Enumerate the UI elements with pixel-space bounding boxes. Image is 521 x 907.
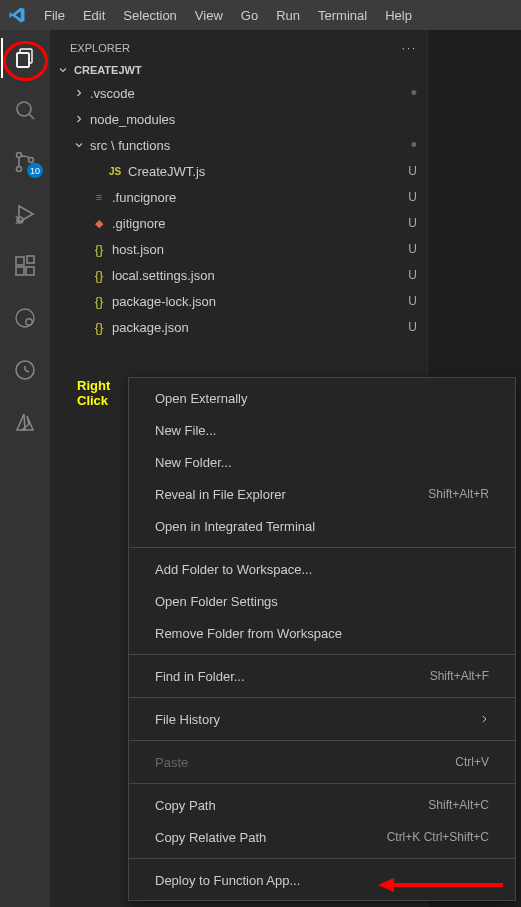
- chevron-right-icon: [479, 712, 489, 727]
- file-tree: .vscode•node_modulessrc \ functions•JSCr…: [50, 78, 429, 340]
- svg-line-20: [25, 370, 29, 372]
- context-menu-separator: [129, 547, 515, 548]
- tree-item[interactable]: ≡.funcignoreU: [50, 184, 429, 210]
- annotation-right-click: Right Click: [77, 378, 110, 408]
- svg-rect-1: [17, 53, 29, 67]
- context-menu-label: File History: [155, 712, 220, 727]
- git-status: U: [408, 242, 417, 256]
- menu-go[interactable]: Go: [233, 4, 266, 27]
- menubar: File Edit Selection View Go Run Terminal…: [0, 0, 521, 30]
- svg-line-11: [16, 223, 17, 224]
- activity-remote[interactable]: [1, 350, 49, 390]
- context-menu-label: Open in Integrated Terminal: [155, 519, 315, 534]
- file-icon: {}: [90, 242, 108, 257]
- annotation-line-2: Click: [77, 393, 110, 408]
- explorer-more-icon[interactable]: ···: [402, 42, 417, 54]
- context-menu-label: Open Externally: [155, 391, 248, 406]
- svg-rect-12: [16, 257, 24, 265]
- tree-item-label: node_modules: [90, 112, 413, 127]
- context-menu-item[interactable]: Open in Integrated Terminal: [129, 510, 515, 542]
- tree-item[interactable]: JSCreateJWT.jsU: [50, 158, 429, 184]
- tree-item[interactable]: {}package-lock.jsonU: [50, 288, 429, 314]
- tree-item-label: .vscode: [90, 86, 407, 101]
- tree-item-label: local.settings.json: [112, 268, 404, 283]
- tree-item[interactable]: node_modules: [50, 106, 429, 132]
- context-menu-item[interactable]: Add Folder to Workspace...: [129, 553, 515, 585]
- svg-marker-8: [19, 206, 33, 222]
- git-status: U: [408, 268, 417, 282]
- menu-selection[interactable]: Selection: [115, 4, 184, 27]
- context-menu-item[interactable]: Open Externally: [129, 382, 515, 414]
- file-icon: JS: [106, 166, 124, 177]
- workspace-root[interactable]: CREATEJWT: [50, 62, 429, 78]
- git-status: U: [408, 294, 417, 308]
- activity-explorer[interactable]: [1, 38, 49, 78]
- context-menu-shortcut: Shift+Alt+R: [428, 487, 489, 501]
- git-status: U: [408, 190, 417, 204]
- context-menu-item[interactable]: Reveal in File ExplorerShift+Alt+R: [129, 478, 515, 510]
- tree-item-label: .gitignore: [112, 216, 404, 231]
- activity-source-control[interactable]: 10: [1, 142, 49, 182]
- activity-extensions[interactable]: [1, 246, 49, 286]
- context-menu-item[interactable]: New File...: [129, 414, 515, 446]
- context-menu-item[interactable]: New Folder...: [129, 446, 515, 478]
- context-menu-separator: [129, 697, 515, 698]
- menu-run[interactable]: Run: [268, 4, 308, 27]
- activity-docker[interactable]: [1, 298, 49, 338]
- git-status: U: [408, 164, 417, 178]
- context-menu: Open ExternallyNew File...New Folder...R…: [128, 377, 516, 901]
- context-menu-label: New File...: [155, 423, 216, 438]
- file-icon: ◆: [90, 217, 108, 230]
- context-menu-item[interactable]: Deploy to Function App...: [129, 864, 515, 896]
- svg-point-5: [17, 153, 22, 158]
- tree-item-label: package.json: [112, 320, 404, 335]
- workspace-root-name: CREATEJWT: [74, 64, 142, 76]
- context-menu-item[interactable]: Find in Folder...Shift+Alt+F: [129, 660, 515, 692]
- annotation-line-1: Right: [77, 378, 110, 393]
- activity-bar: 10: [0, 30, 50, 907]
- svg-line-4: [29, 114, 34, 119]
- tree-item[interactable]: src \ functions•: [50, 132, 429, 158]
- tree-item-label: src \ functions: [90, 138, 407, 153]
- menu-help[interactable]: Help: [377, 4, 420, 27]
- tree-item[interactable]: .vscode•: [50, 80, 429, 106]
- chevron-right-icon: [72, 87, 86, 99]
- context-menu-shortcut: Shift+Alt+F: [430, 669, 489, 683]
- file-icon: {}: [90, 268, 108, 283]
- context-menu-shortcut: Ctrl+K Ctrl+Shift+C: [387, 830, 489, 844]
- svg-rect-14: [26, 267, 34, 275]
- tree-item[interactable]: {}local.settings.jsonU: [50, 262, 429, 288]
- tree-item-label: package-lock.json: [112, 294, 404, 309]
- tree-item-label: host.json: [112, 242, 404, 257]
- svg-line-10: [16, 216, 17, 217]
- explorer-header: EXPLORER ···: [50, 38, 429, 62]
- explorer-title: EXPLORER: [70, 42, 130, 54]
- context-menu-label: Deploy to Function App...: [155, 873, 300, 888]
- context-menu-shortcut: Ctrl+V: [455, 755, 489, 769]
- context-menu-label: New Folder...: [155, 455, 232, 470]
- context-menu-item[interactable]: Copy PathShift+Alt+C: [129, 789, 515, 821]
- svg-rect-13: [16, 267, 24, 275]
- activity-search[interactable]: [1, 90, 49, 130]
- tree-item[interactable]: {}package.jsonU: [50, 314, 429, 340]
- tree-item[interactable]: ◆.gitignoreU: [50, 210, 429, 236]
- menu-edit[interactable]: Edit: [75, 4, 113, 27]
- tree-item[interactable]: {}host.jsonU: [50, 236, 429, 262]
- menu-file[interactable]: File: [36, 4, 73, 27]
- context-menu-separator: [129, 783, 515, 784]
- context-menu-item[interactable]: Remove Folder from Workspace: [129, 617, 515, 649]
- context-menu-item: PasteCtrl+V: [129, 746, 515, 778]
- menu-view[interactable]: View: [187, 4, 231, 27]
- menu-terminal[interactable]: Terminal: [310, 4, 375, 27]
- context-menu-label: Copy Relative Path: [155, 830, 266, 845]
- activity-run-debug[interactable]: [1, 194, 49, 234]
- activity-azure[interactable]: [1, 402, 49, 442]
- context-menu-item[interactable]: Open Folder Settings: [129, 585, 515, 617]
- context-menu-item[interactable]: Copy Relative PathCtrl+K Ctrl+Shift+C: [129, 821, 515, 853]
- context-menu-label: Reveal in File Explorer: [155, 487, 286, 502]
- context-menu-label: Paste: [155, 755, 188, 770]
- context-menu-separator: [129, 740, 515, 741]
- context-menu-label: Copy Path: [155, 798, 216, 813]
- tree-item-label: CreateJWT.js: [128, 164, 404, 179]
- context-menu-item[interactable]: File History: [129, 703, 515, 735]
